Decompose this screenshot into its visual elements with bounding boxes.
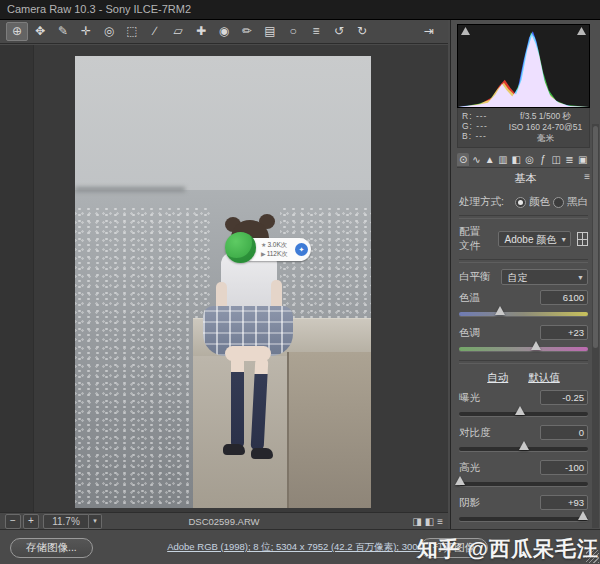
zoom-in-button[interactable]: + (23, 514, 39, 529)
toolbar: ⊕✥✎✛◎⬚∕▱✚◉✏▤○≡↺↻ ⇥ (0, 20, 448, 44)
radio-color[interactable] (515, 197, 526, 208)
slider-value[interactable]: -100 (540, 460, 588, 475)
zoom-tool-icon[interactable]: ⊕ (6, 22, 28, 41)
slider-value[interactable]: +93 (540, 495, 588, 510)
before-after-swap-icon[interactable]: ◧ (425, 516, 434, 527)
slider-track[interactable] (459, 447, 588, 451)
radio-bw-label[interactable]: 黑白 (567, 195, 588, 209)
slider-label: 色调 (459, 326, 480, 340)
zoom-level-value[interactable]: 11.7% (43, 514, 89, 529)
rgb-row: R: --- (462, 111, 506, 121)
chevron-down-icon: ▼ (560, 232, 567, 247)
slider-thumb[interactable] (515, 406, 525, 415)
tab-basic[interactable]: ⊙ (457, 153, 469, 166)
tab-split-toning[interactable]: ◧ (510, 153, 522, 166)
zoom-out-button[interactable]: − (5, 514, 21, 529)
slider-track[interactable] (459, 412, 588, 416)
transform-tool-icon[interactable]: ▱ (167, 22, 189, 41)
adjustments-panel: R: ---G: ---B: --- f/3.5 1/500 秒 ISO 160… (450, 20, 600, 530)
panel-menu-icon[interactable]: ≡ (584, 171, 590, 182)
slider-exposure: 曝光-0.25 (459, 390, 588, 416)
exif-info: R: ---G: ---B: --- f/3.5 1/500 秒 ISO 160… (457, 108, 590, 148)
slider-thumb[interactable] (531, 341, 541, 350)
sticker-counts: ★3.0K次▶112K次 (261, 241, 288, 258)
profile-value: Adobe 颜色 (505, 234, 557, 245)
radio-color-label[interactable]: 颜色 (529, 195, 550, 209)
color-sampler-tool-icon[interactable]: ✛ (75, 22, 97, 41)
rgb-value: --- (476, 111, 488, 121)
canvas-left-strip (0, 45, 34, 512)
slider-thumb[interactable] (495, 306, 505, 315)
hand-tool-icon[interactable]: ✥ (29, 22, 51, 41)
slider-label: 阴影 (459, 496, 480, 510)
adjustment-brush-tool-icon[interactable]: ✏ (236, 22, 258, 41)
photo-sky (75, 56, 371, 192)
preview-settings-icon[interactable]: ≡ (437, 516, 443, 527)
rotate-left-tool-icon[interactable]: ↺ (328, 22, 350, 41)
rgb-label: G: (462, 121, 476, 131)
tab-snapshots[interactable]: ▣ (577, 153, 589, 166)
auto-link[interactable]: 自动 (487, 371, 508, 385)
filter-menu-icon[interactable]: ≡ (305, 22, 327, 41)
slider-thumb[interactable] (578, 511, 588, 520)
radial-filter-tool-icon[interactable]: ○ (282, 22, 304, 41)
rotate-right-tool-icon[interactable]: ↻ (351, 22, 373, 41)
default-link[interactable]: 默认值 (528, 371, 560, 385)
red-eye-tool-icon[interactable]: ◉ (213, 22, 235, 41)
sticker-count-text: 112K次 (267, 250, 288, 257)
targeted-adjustment-tool-icon[interactable]: ◎ (98, 22, 120, 41)
profile-browser-icon[interactable] (577, 232, 588, 246)
panel-scrollbar[interactable] (592, 124, 599, 528)
panel-scrollbar-thumb[interactable] (593, 126, 598, 348)
profile-select[interactable]: Adobe 颜色 ▼ (498, 231, 572, 247)
slider-track[interactable] (459, 347, 588, 351)
slider-track[interactable] (459, 482, 588, 486)
slider-label: 对比度 (459, 426, 491, 440)
photo-shoe (223, 444, 245, 455)
auto-default-row: 自动 默认值 (459, 371, 588, 385)
photo-sea-sparkle (280, 206, 371, 326)
slider-thumb[interactable] (519, 441, 529, 450)
radio-bw[interactable] (553, 197, 564, 208)
slider-value[interactable]: +23 (540, 325, 588, 340)
graduated-filter-tool-icon[interactable]: ▤ (259, 22, 281, 41)
watermark-text: 知乎 @西瓜呆毛汪 (417, 535, 599, 563)
play-icon: ▶ (261, 251, 266, 257)
zoom-level-dropdown[interactable]: ▾ (89, 514, 102, 529)
tab-presets[interactable]: ≣ (563, 153, 575, 166)
before-after-view-icon[interactable]: ◨ (412, 516, 421, 527)
photo-wall-block (287, 352, 371, 508)
slider-value[interactable]: -0.25 (540, 390, 588, 405)
white-balance-label: 白平衡 (459, 270, 491, 284)
slider-head: 曝光-0.25 (459, 390, 588, 405)
slider-value[interactable]: 0 (540, 425, 588, 440)
histogram (457, 24, 590, 108)
rgb-value: --- (475, 131, 487, 141)
photo-shoe (251, 448, 273, 459)
slider-thumb[interactable] (455, 476, 465, 485)
photo-distant-shore (75, 187, 185, 192)
slider-track[interactable] (459, 312, 588, 316)
white-balance-select[interactable]: 自定 ▼ (501, 269, 589, 285)
tab-camera-calibration[interactable]: ◫ (550, 153, 562, 166)
tab-effects[interactable]: ƒ (537, 153, 549, 166)
fullscreen-toggle-icon[interactable]: ⇥ (418, 22, 440, 41)
white-balance-tool-icon[interactable]: ✎ (52, 22, 74, 41)
photo-preview[interactable]: ★3.0K次▶112K次 ✦ (75, 56, 371, 508)
slider-track[interactable] (459, 517, 588, 521)
panel-header: 基本 ≡ (451, 168, 600, 188)
preview-toggle-icons: ◨ ◧ ≡ (412, 516, 443, 527)
panel-title: 基本 (515, 172, 537, 184)
straighten-tool-icon[interactable]: ∕ (144, 22, 166, 41)
spot-removal-tool-icon[interactable]: ✚ (190, 22, 212, 41)
tab-lens-corrections[interactable]: ◎ (523, 153, 535, 166)
camera-raw-window: Camera Raw 10.3 - Sony ILCE-7RM2 ⊕✥✎✛◎⬚∕… (0, 0, 600, 564)
slider-value[interactable]: 6100 (540, 290, 588, 305)
exif-iso-lens: ISO 160 24-70@51 毫米 (506, 122, 585, 144)
tab-tone-curve[interactable]: ∿ (470, 153, 482, 166)
rgb-readout: R: ---G: ---B: --- (462, 111, 506, 144)
crop-tool-icon[interactable]: ⬚ (121, 22, 143, 41)
tab-detail[interactable]: ▲ (484, 153, 496, 166)
tab-hsl-grayscale[interactable]: ▥ (497, 153, 509, 166)
slider-temperature: 色温6100 (459, 290, 588, 316)
